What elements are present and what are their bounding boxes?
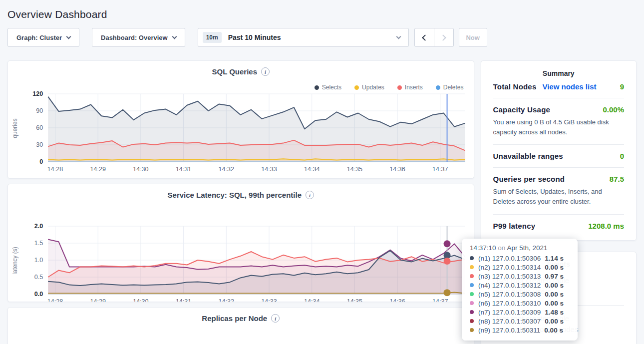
svg-text:14:36: 14:36 [389, 298, 405, 302]
svg-text:14:29: 14:29 [90, 166, 106, 173]
svg-text:1.0: 1.0 [34, 257, 43, 264]
latency-chart-svg[interactable]: 0.00.51.01.52.014:2814:2914:3014:3114:32… [20, 221, 470, 302]
tooltip-node-value: 0.00 s [545, 318, 564, 325]
svg-text:14:31: 14:31 [176, 298, 191, 302]
replicas-per-node-card: Replicas per Node i [7, 307, 474, 344]
summary-divider [493, 144, 624, 145]
svg-text:14:35: 14:35 [347, 166, 362, 173]
toolbar-divider [186, 28, 186, 47]
sql-chart-svg[interactable]: 030609012014:2814:2914:3014:3114:3214:33… [20, 89, 470, 174]
summary-label: Unavailable ranges [493, 152, 563, 160]
view-nodes-list-link[interactable]: View nodes list [542, 82, 596, 91]
tooltip-time: 14:37:10 [470, 244, 496, 252]
svg-text:14:30: 14:30 [133, 298, 148, 302]
chevron-down-icon [396, 34, 401, 39]
svg-text:120: 120 [32, 90, 43, 97]
info-icon[interactable]: i [306, 191, 314, 199]
summary-label: Total Nodes [493, 82, 537, 91]
summary-rows: Total NodesView nodes list9Capacity Usag… [493, 82, 624, 230]
tooltip-node-value: 0.00 s [544, 327, 563, 334]
next-range-button[interactable] [434, 28, 454, 47]
chart-tooltip: 14:37:10 on Apr 5th, 2021 (n1) 127.0.0.1… [462, 239, 578, 341]
tooltip-node-label: (n9) 127.0.0.1:50311 [478, 327, 540, 334]
previous-range-button[interactable] [414, 28, 434, 47]
summary-row: Total NodesView nodes list9 [493, 82, 624, 91]
page-title: Overview Dashboard [0, 0, 644, 20]
series-dot-icon [470, 292, 474, 296]
sql-queries-card: SQL Queries i SelectsUpdatesInsertsDelet… [7, 60, 474, 179]
time-range-label: Past 10 Minutes [228, 33, 281, 41]
latency-chart-area: latency (s) 0.00.51.01.52.014:2814:2914:… [8, 221, 474, 302]
tooltip-node-value: 1.48 s [545, 309, 564, 316]
svg-text:14:31: 14:31 [176, 166, 191, 173]
tooltip-node-value: 1.14 s [545, 255, 564, 262]
series-dot-icon [470, 283, 474, 287]
y-axis-label: latency (s) [11, 231, 18, 291]
tooltip-timestamp: 14:37:10 on Apr 5th, 2021 [470, 244, 570, 252]
tooltip-date: Apr 5th, 2021 [507, 244, 547, 252]
svg-text:14:29: 14:29 [90, 298, 106, 302]
summary-value: 1208.0 ms [588, 222, 624, 230]
dashboard-dropdown[interactable]: Dashboard: Overview [92, 28, 185, 47]
tooltip-row: (n6) 127.0.0.1:503100.00 s [470, 299, 570, 308]
tooltip-node-label: (n2) 127.0.0.1:50314 [478, 264, 541, 271]
summary-value: 0.00% [603, 105, 624, 114]
series-dot-icon [470, 256, 474, 260]
svg-text:14:32: 14:32 [219, 166, 234, 173]
svg-text:14:35: 14:35 [347, 298, 362, 302]
tooltip-row: (n5) 127.0.0.1:503080.00 s [470, 290, 570, 299]
summary-row: Capacity Usage0.00%You are using 0 B of … [493, 105, 624, 137]
svg-text:30: 30 [36, 141, 43, 148]
svg-text:14:33: 14:33 [261, 166, 277, 173]
svg-text:90: 90 [36, 107, 43, 114]
tooltip-node-label: (n1) 127.0.0.1:50306 [478, 255, 541, 262]
service-latency-card: Service Latency: SQL, 99th percentile i … [7, 184, 474, 302]
now-button[interactable]: Now [459, 28, 487, 47]
svg-text:0: 0 [39, 158, 43, 165]
toolbar: Graph: Cluster Dashboard: Overview 10m P… [7, 28, 644, 47]
summary-value: 87.5 [610, 175, 624, 183]
series-dot-icon [470, 301, 474, 305]
summary-divider [493, 214, 624, 215]
summary-label: Capacity Usage [493, 105, 551, 114]
time-step-buttons [414, 28, 454, 47]
dashboard-dropdown-label: Dashboard: Overview [101, 34, 168, 41]
svg-text:14:30: 14:30 [133, 166, 148, 173]
info-icon[interactable]: i [261, 67, 270, 76]
chart-title-text: SQL Queries [212, 67, 257, 76]
summary-label: Queries per second [493, 175, 565, 183]
summary-title: Summary [493, 69, 624, 77]
series-dot-icon [470, 319, 474, 323]
summary-row: Queries per second87.5Sum of Selects, Up… [493, 175, 624, 207]
summary-divider [493, 167, 624, 168]
svg-text:14:33: 14:33 [261, 298, 277, 302]
tooltip-row: (n1) 127.0.0.1:503061.14 s [470, 254, 570, 263]
time-range-dropdown[interactable]: 10m Past 10 Minutes [198, 28, 409, 47]
time-range-badge: 10m [203, 32, 222, 43]
tooltip-node-label: (n3) 127.0.0.1:50313 [478, 273, 541, 280]
tooltip-connector: on [498, 244, 505, 252]
svg-text:0.0: 0.0 [34, 291, 43, 298]
summary-description: Sum of Selects, Updates, Inserts, and De… [493, 187, 624, 207]
tooltip-node-value: 0.00 s [545, 291, 564, 298]
svg-text:2.0: 2.0 [34, 223, 43, 230]
chevron-left-icon [422, 34, 428, 41]
tooltip-row: (n2) 127.0.0.1:503140.00 s [470, 263, 570, 272]
tooltip-row: (n9) 127.0.0.1:503110.00 s [470, 326, 570, 335]
svg-text:14:36: 14:36 [389, 166, 405, 173]
svg-text:14:32: 14:32 [219, 298, 234, 302]
tooltip-node-label: (n5) 127.0.0.1:50308 [478, 291, 541, 298]
svg-text:14:28: 14:28 [47, 166, 63, 173]
service-latency-title: Service Latency: SQL, 99th percentile i [8, 191, 474, 199]
chevron-down-icon [66, 34, 71, 39]
graph-dropdown[interactable]: Graph: Cluster [7, 28, 79, 47]
info-icon[interactable]: i [271, 314, 280, 323]
tooltip-node-value: 0.00 s [545, 264, 564, 271]
tooltip-rows: (n1) 127.0.0.1:503061.14 s(n2) 127.0.0.1… [470, 254, 570, 335]
summary-row: P99 latency1208.0 ms [493, 222, 624, 230]
tooltip-row: (n3) 127.0.0.1:503130.97 s [470, 272, 570, 281]
graph-dropdown-label: Graph: Cluster [16, 34, 62, 41]
summary-description: You are using 0 B of 4.5 GiB usable disk… [493, 117, 624, 137]
series-dot-icon [470, 310, 474, 314]
tooltip-row: (n4) 127.0.0.1:503120.00 s [470, 281, 570, 290]
